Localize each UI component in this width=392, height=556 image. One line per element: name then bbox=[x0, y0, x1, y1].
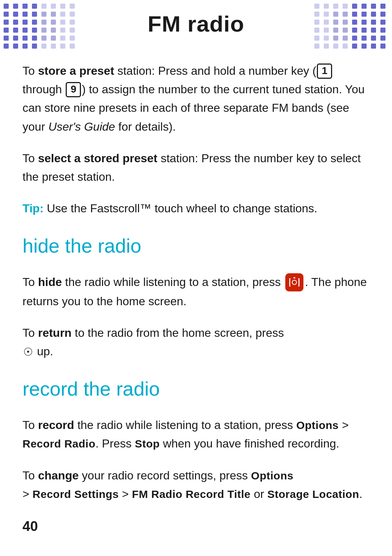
dot bbox=[4, 36, 9, 41]
dot bbox=[70, 4, 75, 9]
dot bbox=[32, 4, 37, 9]
dot bbox=[343, 44, 348, 49]
dot bbox=[324, 20, 329, 25]
sun-icon: ☉ bbox=[23, 343, 33, 361]
dot bbox=[13, 28, 18, 33]
dot bbox=[343, 28, 348, 33]
dot bbox=[4, 4, 9, 9]
dot bbox=[13, 36, 18, 41]
separator: > bbox=[339, 418, 349, 432]
dot bbox=[333, 12, 338, 17]
storage-location-menu: Storage Location bbox=[267, 488, 359, 500]
dot bbox=[371, 44, 376, 49]
dot bbox=[23, 44, 28, 49]
dot bbox=[314, 4, 319, 9]
dot bbox=[41, 44, 46, 49]
tip-label: Tip: bbox=[23, 202, 44, 215]
dot bbox=[362, 36, 367, 41]
store-preset-bold: store a preset bbox=[38, 64, 114, 77]
dot bbox=[23, 12, 28, 17]
dot bbox=[352, 20, 357, 25]
text: to the radio from the home screen, press bbox=[72, 326, 284, 339]
users-guide-italic: User's Guide bbox=[48, 120, 115, 133]
record-radio-menu: Record Radio bbox=[23, 438, 95, 450]
dot bbox=[333, 28, 338, 33]
main-content: To store a preset station: Press and hol… bbox=[0, 47, 392, 531]
dot bbox=[324, 44, 329, 49]
dot bbox=[32, 44, 37, 49]
dot bbox=[352, 36, 357, 41]
dot bbox=[60, 20, 65, 25]
dot bbox=[380, 44, 385, 49]
text: To bbox=[23, 152, 38, 165]
text: To bbox=[23, 326, 38, 339]
dot bbox=[314, 28, 319, 33]
text: your radio record settings, press bbox=[79, 469, 251, 482]
text: the radio while listening to a station, … bbox=[62, 275, 284, 289]
dot bbox=[314, 20, 319, 25]
text: station: Press and hold a number key ( bbox=[114, 64, 317, 77]
record-settings-menu: Record Settings bbox=[33, 488, 119, 500]
dot bbox=[70, 12, 75, 17]
key-9: 9 bbox=[66, 82, 81, 97]
dot bbox=[13, 20, 18, 25]
dot bbox=[41, 36, 46, 41]
dot bbox=[343, 4, 348, 9]
dot bbox=[352, 12, 357, 17]
dot bbox=[32, 28, 37, 33]
dot bbox=[324, 28, 329, 33]
text: or bbox=[250, 487, 267, 500]
dot bbox=[371, 20, 376, 25]
through-text: through bbox=[23, 83, 65, 96]
dot bbox=[371, 12, 376, 17]
dot bbox=[70, 28, 75, 33]
tip-paragraph: Tip: Use the Fastscroll™ touch wheel to … bbox=[23, 199, 369, 218]
record-radio-heading: record the radio bbox=[23, 374, 369, 404]
dot bbox=[41, 28, 46, 33]
change-bold: change bbox=[38, 469, 79, 482]
dot bbox=[60, 4, 65, 9]
options-menu: Options bbox=[296, 419, 339, 431]
separator: > bbox=[23, 487, 33, 500]
text: up. bbox=[34, 345, 53, 358]
dot bbox=[4, 28, 9, 33]
dot bbox=[324, 4, 329, 9]
record-paragraph: To record the radio while listening to a… bbox=[23, 416, 369, 453]
fm-radio-record-title-menu: FM Radio Record Title bbox=[132, 488, 251, 500]
options-menu2: Options bbox=[251, 470, 294, 482]
dot bbox=[41, 12, 46, 17]
dot bbox=[362, 12, 367, 17]
text: . bbox=[359, 487, 363, 500]
dot bbox=[371, 36, 376, 41]
dot bbox=[32, 36, 37, 41]
dot bbox=[60, 12, 65, 17]
dot bbox=[352, 28, 357, 33]
dot bbox=[51, 4, 56, 9]
dot bbox=[343, 20, 348, 25]
dot bbox=[13, 44, 18, 49]
text: the radio while listening to a station, … bbox=[74, 418, 296, 432]
dot bbox=[51, 44, 56, 49]
dot bbox=[70, 44, 75, 49]
record-bold: record bbox=[38, 418, 74, 432]
dot bbox=[60, 44, 65, 49]
select-preset-paragraph: To select a stored preset station: Press… bbox=[23, 149, 369, 186]
header-grid-right bbox=[309, 0, 392, 47]
dot bbox=[352, 44, 357, 49]
text: To bbox=[23, 469, 38, 482]
dot bbox=[70, 20, 75, 25]
dot bbox=[41, 20, 46, 25]
dot bbox=[51, 12, 56, 17]
camera-icon bbox=[285, 273, 303, 291]
page-header: FM radio bbox=[0, 0, 392, 47]
dot bbox=[380, 12, 385, 17]
dot bbox=[343, 12, 348, 17]
dot bbox=[4, 44, 9, 49]
hide-bold: hide bbox=[38, 275, 62, 289]
dot bbox=[314, 36, 319, 41]
dot bbox=[371, 28, 376, 33]
store-preset-paragraph: To store a preset station: Press and hol… bbox=[23, 62, 369, 136]
text: > bbox=[119, 487, 132, 500]
dot bbox=[60, 36, 65, 41]
dot bbox=[23, 36, 28, 41]
